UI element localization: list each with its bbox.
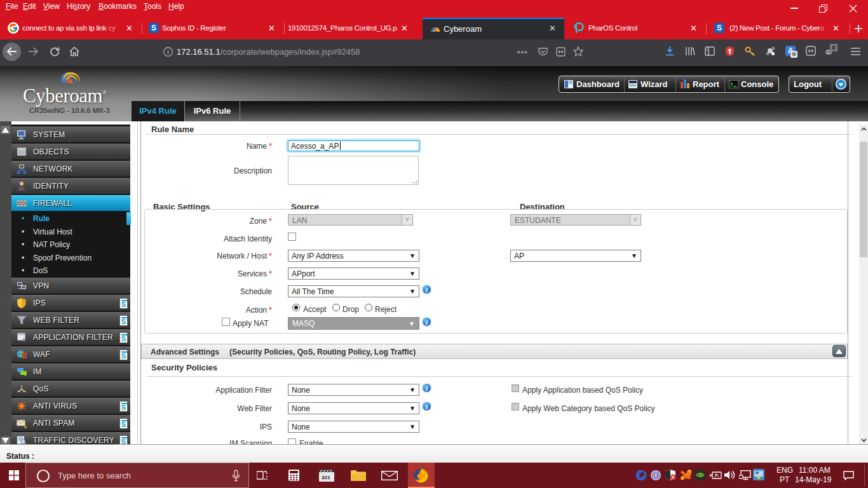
svg-text:321: 321 (322, 475, 330, 480)
